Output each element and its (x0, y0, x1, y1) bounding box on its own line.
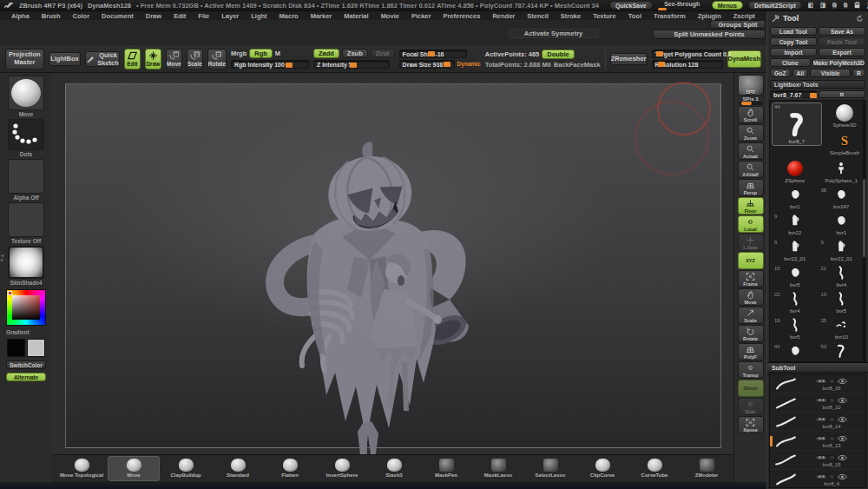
rgb-toggle[interactable]: Rgb (249, 49, 273, 58)
shelf-scroll-arrows[interactable]: ◂▸ (1, 254, 3, 262)
doc-prev-icon[interactable]: ◧ (807, 1, 814, 10)
tool-thumb-bvr22[interactable] (785, 211, 806, 230)
lock-icon[interactable] (853, 1, 861, 10)
tool-thumb-bvr10[interactable] (831, 315, 852, 334)
tool-thumb-bvr4[interactable] (831, 263, 852, 282)
projection-master-button[interactable]: Projection Master (5, 49, 44, 69)
sculpt-canvas[interactable]: Move TopologicalMoveClayBuildupStandardF… (52, 73, 733, 489)
tool-thumb-sphere3d[interactable] (834, 103, 855, 122)
menu-macro[interactable]: Macro (273, 12, 305, 20)
tool-thumb-bvr5[interactable] (785, 315, 806, 334)
draw-size-slider[interactable]: Draw Size 938 (399, 60, 455, 69)
right-shelf-polyf-button[interactable]: PolyF (738, 343, 764, 360)
right-shelf-rotate-button[interactable]: Rotate (738, 325, 764, 342)
right-shelf-solo-button[interactable]: Solo (738, 398, 764, 415)
tray-brush-claybuildup[interactable]: ClayBuildup (160, 456, 212, 481)
subtool-paint-icon[interactable] (829, 398, 835, 403)
menu-brush[interactable]: Brush (36, 12, 67, 20)
tray-brush-flatten[interactable]: Flatten (264, 456, 316, 481)
tool-item-bvr4-12[interactable]: 53bvr4_12 (819, 340, 865, 362)
current-brush-item[interactable]: Move (8, 76, 44, 117)
right-shelf-l-sym-button[interactable]: L.Sym (738, 234, 764, 251)
tool-thumb-bvr1[interactable] (785, 185, 806, 204)
subtool-shader-icons[interactable] (815, 436, 827, 441)
color-picker[interactable] (6, 289, 46, 326)
target-polygons-slider[interactable]: Target Polygons Count 0.1 (652, 50, 723, 58)
zsub-toggle[interactable]: Zsub (342, 49, 368, 58)
secondary-color-swatch[interactable] (27, 339, 45, 357)
tool-item-zsphere[interactable]: ZSphere (772, 158, 819, 184)
zremesher-button[interactable]: ZRemesher (610, 53, 648, 65)
menu-render[interactable]: Render (486, 12, 521, 20)
subtool-row-bvr8-15[interactable]: bvr8_15 (770, 451, 865, 470)
menu-file[interactable]: File (192, 12, 215, 20)
document-area[interactable] (65, 83, 721, 448)
r-button[interactable]: R (852, 69, 865, 77)
lightbox-tools-bar[interactable]: Lightbox› Tools (770, 80, 865, 89)
activate-symmetry-button[interactable]: Activate Symmetry (508, 29, 599, 38)
paste-tool-button[interactable]: Paste Tool (819, 37, 865, 46)
tool-thumb-bvr5[interactable] (785, 263, 806, 282)
tool-thumb-bvr22-01[interactable] (785, 237, 806, 256)
see-through-track[interactable] (658, 8, 707, 10)
color-saturation-square[interactable] (12, 295, 40, 320)
tool-thumb-bvr1[interactable] (831, 211, 852, 230)
right-shelf-zoom-button[interactable]: Zoom (738, 124, 764, 142)
tray-brush-selectlasso[interactable]: SelectLasso (524, 456, 576, 481)
scale-mode-button[interactable]: S Scale (187, 49, 203, 69)
alternate-button[interactable]: Alternate (6, 373, 46, 381)
menu-light[interactable]: Light (245, 12, 273, 20)
dynamesh-button[interactable]: DynaMesh (727, 50, 762, 68)
make-polymesh3d-button[interactable]: Make PolyMesh3D (812, 58, 865, 67)
move-mode-button[interactable]: M Move (166, 49, 182, 69)
zadd-toggle[interactable]: Zadd (313, 49, 339, 58)
selected-tool-thumb[interactable]: 44 bvr8_7 (772, 102, 822, 146)
stroke-thumb[interactable] (8, 119, 44, 150)
spix-slider[interactable]: SPix 3 (737, 96, 765, 105)
right-shelf-scale-button[interactable]: Scale (738, 307, 764, 324)
tool-thumb-bvr22-01[interactable] (831, 237, 852, 256)
groups-split-button[interactable]: Groups Split (710, 20, 766, 29)
tool-thumb-bvr247[interactable] (831, 185, 852, 204)
inventory-scrollbar[interactable] (863, 101, 865, 361)
menus-toggle-button[interactable]: Menus (712, 1, 743, 10)
subtool-paint-icon[interactable] (829, 455, 835, 460)
lightbox-button[interactable]: LightBox (49, 52, 82, 66)
tool-thumb-bvr5[interactable] (831, 289, 852, 308)
goz-button[interactable]: GoZ (770, 69, 791, 77)
texture-thumb[interactable] (8, 202, 44, 237)
subtool-paint-icon[interactable] (829, 417, 835, 422)
tray-brush-slash3[interactable]: Slash3 (368, 456, 420, 481)
right-shelf-aahalf-button[interactable]: AAHalf (738, 161, 764, 178)
tool-item-bvr4[interactable]: 22bvr4 (819, 262, 865, 288)
focal-shift-slider[interactable]: Focal Shift -16 (399, 50, 467, 58)
subtool-row-bvr8-10[interactable]: bvr8_10 (770, 393, 865, 413)
import-button[interactable]: Import (770, 48, 817, 56)
tool-item-bvr1[interactable]: bvr1 (772, 184, 819, 210)
menu-document[interactable]: Document (95, 12, 140, 20)
menu-preferences[interactable]: Preferences (437, 12, 486, 20)
copy-tool-button[interactable]: Copy Tool (770, 37, 817, 46)
menu-zscript[interactable]: Zscript (727, 12, 761, 20)
tool-item-bvr22-01[interactable]: 9bvr22_01 (772, 236, 819, 262)
tool-item-bvr5[interactable]: 15bvr5 (772, 262, 819, 288)
right-shelf-transp-button[interactable]: Transp (738, 361, 764, 379)
tool-item-bvr10[interactable]: 40bvr10 (772, 340, 819, 362)
subtool-row-bvr8-4[interactable]: bvr8_4 (770, 470, 865, 488)
subtool-row-bvr8-16[interactable]: bvr8_16 (770, 374, 865, 393)
tool-thumb-simplebrush[interactable]: S (834, 131, 855, 150)
subtool-shader-icons[interactable] (815, 379, 827, 384)
menu-picker[interactable]: Picker (405, 12, 437, 20)
right-shelf-ghost-button[interactable]: Ghost (738, 380, 764, 397)
tool-thumb-bvr10[interactable] (785, 341, 806, 360)
menu-alpha[interactable]: Alpha (5, 12, 36, 20)
tool-item-bvr10[interactable]: 35bvr10 (819, 314, 865, 340)
current-texture-item[interactable]: Texture Off (8, 202, 44, 244)
tray-brush-curvetube[interactable]: CurveTube (628, 456, 681, 481)
tool-thumb-zsphere[interactable] (785, 159, 806, 178)
tray-brush-standard[interactable]: Standard (212, 456, 264, 481)
tool-slider-r-button[interactable]: R (819, 90, 865, 98)
tray-brush-insertsphere[interactable]: InsertSphere (316, 456, 368, 481)
tool-item-bvr22-01[interactable]: 9bvr22_01 (819, 236, 865, 262)
material-thumb[interactable] (8, 246, 44, 279)
